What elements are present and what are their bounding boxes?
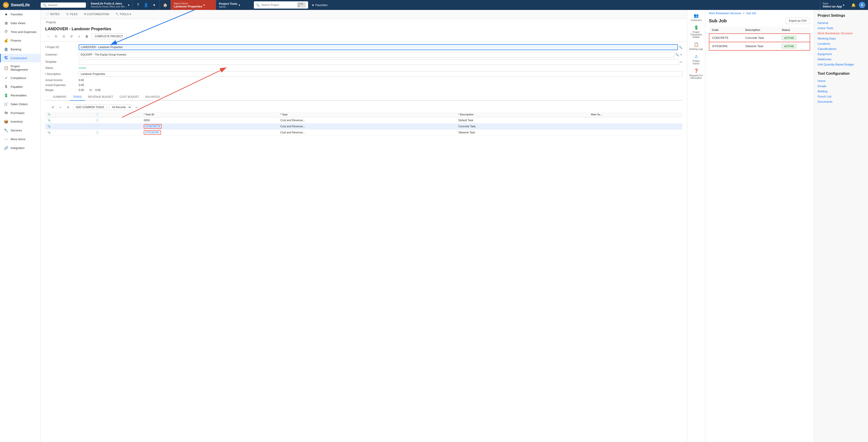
sidebar-item-more-items[interactable]: ⋯ More Items: [0, 135, 40, 143]
sidebar-item-services[interactable]: 🔧 Services: [0, 126, 40, 135]
add-common-tasks-button[interactable]: ADD COMMON TASKS: [73, 104, 107, 110]
search-input[interactable]: [48, 3, 82, 7]
tasks-delete-button[interactable]: ✕: [65, 104, 71, 110]
undo-button[interactable]: ↺: [68, 33, 74, 39]
help-icon-btn[interactable]: ?: [134, 1, 142, 8]
settings-link-work-breakdown[interactable]: Work Breakdown Structure: [817, 31, 864, 36]
table-row[interactable]: 📎 📄 CONCRETE Cost and Revenue... Concret…: [45, 124, 682, 130]
settings-link-equipment[interactable]: Equipment: [817, 52, 864, 57]
favorites-btn[interactable]: ★ Favorites: [310, 3, 329, 7]
project-issues-btn[interactable]: ⚠ Project Issues: [688, 53, 704, 66]
project-mgmt-icon: 📋: [4, 66, 8, 70]
tasks-filter-select[interactable]: All Records: [109, 104, 131, 110]
settings-link-unit-quantity[interactable]: Unit Quantity Based Budget: [817, 62, 864, 67]
project-search-input[interactable]: [261, 3, 296, 6]
tab-summary[interactable]: SUMMARY: [50, 94, 70, 101]
sidebar-item-inventory[interactable]: 📦 Inventory: [0, 117, 40, 126]
sidebar-item-project-management[interactable]: 📋 Project Management: [0, 62, 40, 74]
home-icon-btn[interactable]: 🏠: [162, 1, 169, 8]
drawing-logs-btn[interactable]: 📋 Drawing Logs: [688, 41, 704, 52]
context-selector[interactable]: Agave Demo Landover Properties ▾: [170, 0, 216, 10]
table-row[interactable]: CONCRETE Concrete Task ACTIVE: [709, 34, 810, 42]
settings-link-general[interactable]: General: [817, 20, 864, 26]
apps-selector[interactable]: Apps Select an App ▾: [820, 0, 847, 10]
user-avatar[interactable]: E: [859, 2, 865, 8]
customers-btn[interactable]: 👥 Customers: [688, 12, 704, 23]
sidebar-item-banking[interactable]: 🏦 Banking: [0, 45, 40, 54]
margin-value: 0.00: [79, 89, 84, 92]
export-csv-button[interactable]: Export as CSV: [785, 18, 810, 24]
tool-link-emails[interactable]: Emails: [817, 83, 864, 89]
user-icon-btn[interactable]: 👤: [143, 1, 150, 8]
customer-edit-icon[interactable]: ✏: [680, 53, 682, 57]
copy-button[interactable]: ⎘: [53, 33, 59, 39]
project-transaction-details-btn[interactable]: 💲 Project Transaction Details: [688, 24, 704, 40]
back-button[interactable]: ←: [45, 33, 52, 39]
description-input[interactable]: [79, 71, 682, 77]
sidebar-item-finance[interactable]: 💰 Finance: [0, 36, 40, 45]
sidebar-item-data-views[interactable]: ⊞ Data Views: [0, 19, 40, 28]
sidebar-item-payables[interactable]: $ Payables: [0, 82, 40, 91]
tasks-refresh-button[interactable]: ↺: [50, 104, 56, 110]
template-edit-icon[interactable]: ✏: [680, 60, 682, 64]
sidebar-item-sales-orders[interactable]: 🛒 Sales Orders: [0, 100, 40, 109]
tab-customization[interactable]: ⚙ CUSTOMIZATION: [83, 10, 110, 19]
tab-tools[interactable]: 🔧 TOOLS ▾: [115, 10, 132, 19]
purchases-icon: 🛍: [4, 111, 8, 115]
sidebar-item-receivables[interactable]: 💲 Receivables: [0, 91, 40, 100]
tool-link-home[interactable]: Home: [817, 78, 864, 83]
global-search[interactable]: 🔍: [41, 2, 86, 8]
sidebar-item-construction[interactable]: 🏗 Construction: [0, 54, 40, 62]
project-id-input[interactable]: [79, 44, 678, 50]
settings-link-webhooks[interactable]: Webhooks: [817, 57, 864, 62]
task-id-cell[interactable]: SITEWORK: [142, 130, 278, 136]
sidebar-item-time-expenses[interactable]: ⏱ Time and Expenses: [0, 28, 40, 36]
settings-link-classifications[interactable]: Classifications: [817, 46, 864, 52]
doc-cell: 📄: [93, 124, 142, 130]
breadcrumb[interactable]: Projects: [41, 19, 687, 26]
project-search[interactable]: 🔍 Cmd K: [254, 1, 308, 8]
context-value: Landover Properties: [174, 5, 202, 8]
user-dropdown-icon-btn[interactable]: ▾: [151, 1, 158, 8]
breadcrumb-parent[interactable]: Projects: [46, 21, 56, 24]
tasks-more-button[interactable]: »: [133, 104, 139, 110]
tab-tasks[interactable]: TASKS: [70, 94, 85, 101]
more-options-button[interactable]: ⋯: [128, 33, 134, 39]
template-input[interactable]: [79, 59, 679, 65]
settings-link-working-days[interactable]: Working Days: [817, 36, 864, 41]
table-row[interactable]: SITEWORK Sitework Task ACTIVE: [709, 42, 810, 50]
concrete-task-link[interactable]: CONCRETE: [144, 124, 162, 129]
app-logo[interactable]: SL SweetLife: [0, 0, 41, 10]
tab-files[interactable]: 📎 FILES: [65, 10, 78, 19]
sidebar-item-purchases[interactable]: 🛍 Purchases: [0, 109, 40, 117]
project-tools-selector[interactable]: Project Tools Admin ▾: [216, 0, 252, 10]
bell-icon-btn[interactable]: 🔔: [850, 1, 857, 8]
rfi-btn[interactable]: ❓ Requests For Information: [688, 67, 704, 80]
tool-link-punch-list[interactable]: Punch List: [817, 94, 864, 99]
customer-input[interactable]: [79, 52, 675, 57]
col-task-id: * Task ID: [142, 111, 278, 117]
sidebar-item-favorites[interactable]: ★ Favorites: [0, 10, 40, 19]
complete-project-button[interactable]: COMPLETE PROJECT: [91, 33, 126, 39]
sub-job-breadcrumb[interactable]: Work Breakdown Structure > Sub Job: [705, 10, 814, 17]
table-row[interactable]: 📎 📄 SITEWORK Cost and Revenue... Sitewor…: [45, 130, 682, 136]
settings-link-locations[interactable]: Locations: [817, 41, 864, 46]
sitework-task-link[interactable]: SITEWORK: [144, 130, 161, 135]
tab-cost-budget[interactable]: COST BUDGET: [116, 94, 142, 101]
tool-link-documents[interactable]: Documents: [817, 99, 864, 104]
breadcrumb-parent-label[interactable]: Work Breakdown Structure: [709, 12, 741, 15]
task-id-cell[interactable]: CONCRETE: [142, 124, 278, 130]
tab-notes[interactable]: 📄 NOTES: [45, 10, 60, 19]
paste-button[interactable]: ⎙: [61, 33, 67, 39]
company-selector[interactable]: SweetLife Fruits & Jams SweetLife Head O…: [88, 0, 132, 10]
sidebar-item-label-inventory: Inventory: [11, 120, 23, 123]
settings-link-active-tools[interactable]: Active Tools: [817, 26, 864, 31]
add-button[interactable]: +: [76, 33, 82, 39]
tasks-add-button[interactable]: +: [57, 104, 63, 110]
tool-link-bidding[interactable]: Bidding: [817, 89, 864, 94]
sidebar-item-integration[interactable]: 🔗 Integration: [0, 143, 40, 152]
delete-button[interactable]: 🗑: [84, 33, 90, 39]
tab-balances[interactable]: BALANCES: [142, 94, 163, 101]
sidebar-item-compliance[interactable]: ✓ Compliance: [0, 74, 40, 82]
tab-revenue-budget[interactable]: REVENUE BUDGET: [85, 94, 116, 101]
